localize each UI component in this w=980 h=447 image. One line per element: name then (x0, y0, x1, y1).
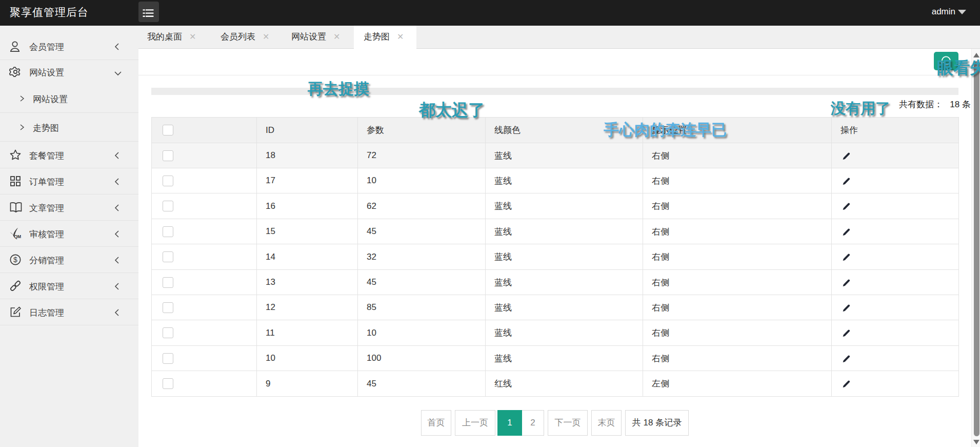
svg-text:$: $ (13, 256, 17, 264)
svg-text:QM: QM (14, 234, 22, 239)
